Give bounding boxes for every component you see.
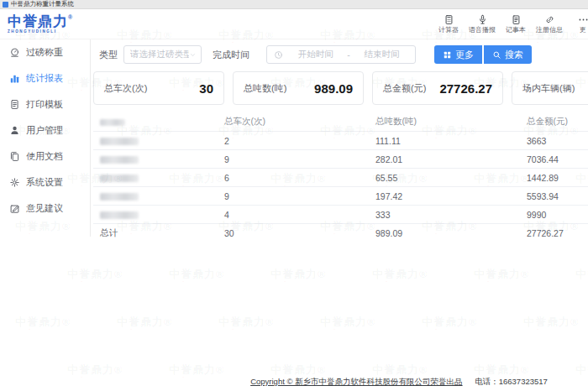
window-titlebar: 中誉鼎力称重计量系统 — [0, 0, 588, 9]
stat-card: 总金额(元)27726.27 — [372, 71, 503, 105]
sidebar: 过磅称重统计报表打印模板用户管理使用文档系统设置意见建议 — [0, 39, 90, 391]
completion-time-label: 完成时间 — [213, 49, 249, 61]
table-cell: 3663 — [520, 136, 588, 146]
stat-card-label: 总吨数(吨) — [244, 82, 286, 95]
filter-actions: 更多 搜索 — [434, 45, 532, 64]
table-row: 43339990 — [93, 206, 588, 224]
table-header-cell: 总吨数(吨) — [369, 116, 520, 128]
print-icon — [9, 99, 20, 110]
tool-more-partial[interactable]: 更 — [573, 14, 588, 34]
stat-card: 总吨数(吨)989.09 — [233, 71, 364, 105]
table-cell: 197.42 — [369, 191, 520, 201]
footer: Copyright © 新乡市中誉鼎力软件科技股份有限公司荣誉出品 电话：166… — [92, 377, 588, 388]
table-row: 665.551442.89 — [93, 169, 588, 187]
sidebar-item-documentation-label: 使用文档 — [26, 150, 63, 163]
link-icon — [544, 14, 555, 25]
bar-chart-icon — [9, 73, 20, 84]
scale-icon — [9, 47, 20, 58]
type-select-placeholder: 请选择过磅类型 — [130, 49, 189, 60]
table-cell: 2 — [218, 136, 369, 146]
phone-label: 电话： — [475, 377, 499, 386]
grid-icon — [443, 50, 452, 60]
sidebar-item-documentation[interactable]: 使用文档 — [0, 143, 90, 169]
sidebar-item-print-template-label: 打印模板 — [26, 98, 63, 111]
table-cell: 6 — [218, 173, 369, 183]
date-range-picker[interactable]: 开始时间 - 结束时间 — [266, 45, 416, 64]
table-cell-name — [93, 154, 218, 164]
search-icon — [492, 50, 501, 60]
redacted-text — [100, 138, 139, 145]
phone-number: 16637323517 — [499, 377, 548, 386]
more-icon — [578, 14, 588, 25]
user-icon — [9, 125, 20, 136]
sidebar-item-print-template[interactable]: 打印模板 — [0, 91, 90, 117]
table-cell: 4 — [218, 210, 369, 220]
table-cell: 111.11 — [369, 136, 520, 146]
report-table: 总车次(次)总吨数(吨)总金额(元)2111.1136639282.017036… — [93, 112, 588, 242]
sidebar-item-feedback[interactable]: 意见建议 — [0, 196, 90, 222]
weighing-type-select[interactable]: 请选择过磅类型 — [123, 45, 202, 64]
app-icon — [3, 2, 8, 8]
tool-calculator-label: 计算器 — [438, 27, 459, 34]
table-cell: 9 — [218, 154, 369, 164]
stats-row: 总车次(次)30总吨数(吨)989.09总金额(元)27726.27场内车辆(辆… — [93, 71, 588, 105]
stat-card-value: 27726.27 — [439, 81, 492, 96]
sidebar-item-weighing[interactable]: 过磅称重 — [0, 39, 90, 65]
caret-down-icon — [189, 51, 197, 59]
range-separator: - — [345, 50, 352, 60]
tool-voice-broadcast[interactable]: 语音播报 — [469, 14, 496, 34]
stat-card-label: 总车次(次) — [104, 82, 147, 95]
table-row: 9282.017036.44 — [93, 150, 588, 169]
table-cell-name — [93, 173, 218, 183]
logo-registered-mark: ® — [68, 14, 72, 20]
stat-card: 总车次(次)30 — [93, 71, 224, 105]
copy-doc-icon — [9, 151, 20, 162]
table-cell: 7036.44 — [520, 154, 588, 164]
filter-bar: 类型 请选择过磅类型 完成时间 开始时间 - 结束时间 更多 搜索 — [99, 45, 588, 64]
clock-icon — [274, 50, 283, 60]
search-button-label: 搜索 — [505, 49, 523, 61]
table-cell: 282.01 — [369, 154, 520, 164]
header-tools: 计算器语音播报记事本注册信息更 — [438, 14, 588, 34]
edit-icon — [9, 203, 20, 214]
header: 中誉鼎力® ZHONGYUDINGLI 计算器语音播报记事本注册信息更 — [0, 9, 588, 39]
sidebar-item-weighing-label: 过磅称重 — [26, 46, 63, 59]
stat-card: 场内车辆(辆) — [512, 71, 588, 105]
sidebar-item-feedback-label: 意见建议 — [26, 202, 63, 215]
table-header-name-cell — [93, 117, 218, 127]
logo: 中誉鼎力® ZHONGYUDINGLI — [0, 14, 72, 34]
sidebar-item-user-management-label: 用户管理 — [26, 124, 63, 137]
table-cell: 27726.27 — [520, 228, 588, 238]
main: 过磅称重统计报表打印模板用户管理使用文档系统设置意见建议 类型 请选择过磅类型 … — [0, 39, 588, 391]
sidebar-item-user-management[interactable]: 用户管理 — [0, 117, 90, 143]
sidebar-item-statistics-report[interactable]: 统计报表 — [0, 65, 90, 91]
table-cell: 65.55 — [369, 173, 520, 183]
redacted-text — [100, 156, 139, 164]
copyright-link[interactable]: Copyright © 新乡市中誉鼎力软件科技股份有限公司荣誉出品 — [250, 377, 462, 386]
tool-registration-info[interactable]: 注册信息 — [536, 14, 563, 34]
table-header-cell: 总金额(元) — [520, 116, 588, 128]
table-row: 9197.425593.94 — [93, 187, 588, 206]
start-time-input[interactable]: 开始时间 — [286, 49, 345, 60]
tool-notepad-label: 记事本 — [506, 27, 526, 34]
table-row: 2111.113663 — [93, 132, 588, 150]
table-cell: 333 — [369, 210, 520, 220]
table-cell: 1442.89 — [520, 173, 588, 183]
more-button[interactable]: 更多 — [434, 45, 482, 64]
logo-subtext: ZHONGYUDINGLI — [8, 30, 72, 34]
tool-registration-info-label: 注册信息 — [536, 27, 563, 34]
gear-icon — [9, 177, 20, 188]
sidebar-item-system-settings-label: 系统设置 — [26, 176, 63, 189]
tool-notepad[interactable]: 记事本 — [506, 14, 526, 34]
notepad-icon — [511, 14, 522, 25]
tool-calculator[interactable]: 计算器 — [438, 14, 459, 34]
end-time-input[interactable]: 结束时间 — [352, 49, 412, 60]
sidebar-item-system-settings[interactable]: 系统设置 — [0, 169, 90, 196]
search-button[interactable]: 搜索 — [484, 45, 532, 64]
table-header-cell: 总车次(次) — [218, 116, 369, 128]
tool-more-partial-label: 更 — [580, 27, 586, 34]
redacted-text — [100, 175, 139, 182]
type-label: 类型 — [99, 49, 118, 61]
table-total-label: 总计 — [93, 227, 218, 239]
stat-card-label: 场内车辆(辆) — [522, 82, 575, 95]
